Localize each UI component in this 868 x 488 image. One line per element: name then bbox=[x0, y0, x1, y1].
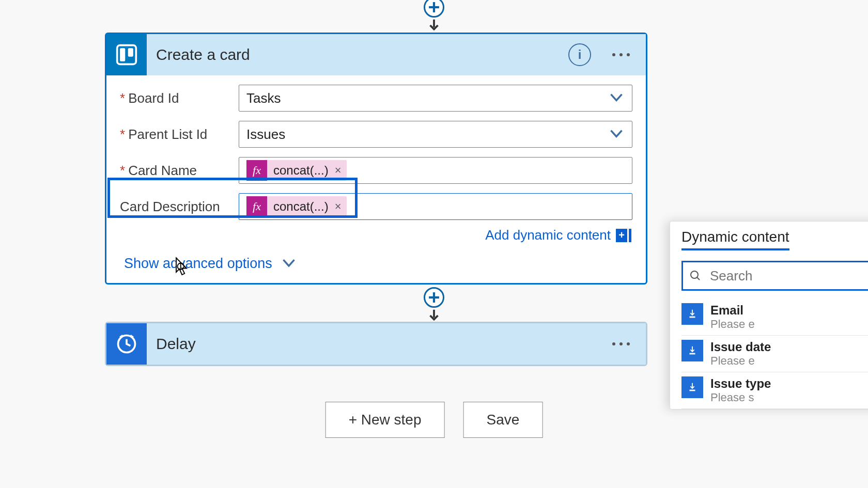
bar-icon bbox=[629, 229, 631, 242]
board-id-dropdown[interactable]: Tasks bbox=[239, 85, 632, 112]
mouse-cursor bbox=[174, 257, 189, 279]
field-row-parent-list: * Parent List Id Issues bbox=[120, 121, 632, 148]
dynamic-content-item[interactable]: Issue type Please s bbox=[681, 372, 868, 409]
save-button[interactable]: Save bbox=[463, 402, 543, 438]
trello-icon bbox=[106, 34, 147, 75]
label-text: Board Id bbox=[128, 90, 179, 106]
delay-action[interactable]: Delay bbox=[105, 322, 647, 366]
create-card-action: Create a card i * Board Id Tasks * bbox=[105, 33, 647, 285]
card-header[interactable]: Delay bbox=[106, 323, 646, 365]
dynamic-content-panel: Dynamic content Email Please e Issue dat… bbox=[670, 221, 868, 410]
card-title: Delay bbox=[156, 335, 607, 353]
item-subtitle: Please s bbox=[710, 391, 771, 404]
expression-token[interactable]: fx concat(...) × bbox=[246, 160, 347, 181]
dynamic-content-search[interactable] bbox=[681, 261, 868, 291]
item-title: Issue date bbox=[710, 340, 771, 354]
chevron-down-icon bbox=[282, 256, 296, 272]
add-step-icon[interactable] bbox=[424, 287, 444, 308]
add-dynamic-content-button[interactable]: Add dynamic content + bbox=[485, 227, 631, 243]
token-text: concat(...) bbox=[273, 163, 329, 178]
svg-line-10 bbox=[697, 277, 700, 280]
parent-list-dropdown[interactable]: Issues bbox=[239, 121, 632, 148]
dynamic-content-item[interactable]: Issue date Please e bbox=[681, 336, 868, 372]
insert-step-connector-mid[interactable] bbox=[424, 287, 444, 325]
add-dynamic-content-row: Add dynamic content + bbox=[120, 227, 632, 243]
dynamic-content-item[interactable]: Email Please e bbox=[681, 299, 868, 336]
field-row-card-description: Card Description fx concat(...) × bbox=[120, 193, 632, 220]
svg-rect-5 bbox=[128, 48, 133, 57]
token-remove-button[interactable]: × bbox=[335, 164, 342, 177]
chevron-down-icon bbox=[609, 90, 624, 106]
required-asterisk: * bbox=[120, 90, 125, 106]
field-label: Card Description bbox=[120, 199, 239, 215]
field-label: * Board Id bbox=[120, 90, 239, 106]
bottom-buttons: + New step Save bbox=[326, 402, 543, 438]
dropdown-value: Issues bbox=[246, 127, 285, 143]
more-menu-button[interactable] bbox=[607, 333, 636, 355]
svg-rect-4 bbox=[120, 48, 125, 61]
add-step-icon[interactable] bbox=[424, 0, 444, 18]
field-label: * Parent List Id bbox=[120, 127, 239, 143]
required-asterisk: * bbox=[120, 163, 125, 179]
item-subtitle: Please e bbox=[710, 354, 771, 368]
card-description-input[interactable]: fx concat(...) × bbox=[239, 193, 632, 220]
search-input[interactable] bbox=[710, 268, 868, 284]
chevron-down-icon bbox=[609, 127, 624, 143]
insert-step-connector-top[interactable] bbox=[424, 0, 444, 35]
flow-item-icon bbox=[681, 376, 703, 398]
item-subtitle: Please e bbox=[710, 318, 755, 331]
field-row-card-name: * Card Name fx concat(...) × bbox=[120, 157, 632, 184]
token-text: concat(...) bbox=[273, 199, 329, 214]
item-title: Issue type bbox=[710, 376, 771, 391]
info-icon: i bbox=[578, 48, 582, 62]
label-text: Card Description bbox=[120, 199, 220, 215]
field-label: * Card Name bbox=[120, 163, 239, 179]
token-remove-button[interactable]: × bbox=[335, 200, 342, 213]
link-text: Add dynamic content bbox=[485, 227, 611, 243]
show-advanced-options-link[interactable]: Show advanced options bbox=[124, 256, 632, 272]
flow-item-icon bbox=[681, 303, 703, 325]
card-name-input[interactable]: fx concat(...) × bbox=[239, 157, 632, 184]
button-label: Save bbox=[487, 412, 520, 428]
required-asterisk: * bbox=[120, 127, 125, 143]
new-step-button[interactable]: + New step bbox=[326, 402, 445, 438]
item-title: Email bbox=[710, 303, 755, 318]
plus-icon: + bbox=[616, 229, 627, 242]
label-text: Parent List Id bbox=[128, 127, 207, 143]
more-menu-button[interactable] bbox=[607, 43, 636, 66]
svg-point-9 bbox=[691, 271, 698, 278]
label-text: Card Name bbox=[128, 163, 197, 179]
fx-icon: fx bbox=[246, 160, 267, 181]
dropdown-value: Tasks bbox=[246, 90, 281, 106]
dynamic-content-tab[interactable]: Dynamic content bbox=[681, 229, 789, 250]
clock-icon bbox=[106, 323, 147, 365]
flow-item-icon bbox=[681, 340, 703, 361]
svg-rect-11 bbox=[690, 317, 695, 318]
fx-icon: fx bbox=[246, 196, 267, 217]
field-row-board-id: * Board Id Tasks bbox=[120, 85, 632, 112]
info-button[interactable]: i bbox=[568, 43, 591, 66]
button-label: + New step bbox=[349, 412, 422, 428]
search-icon bbox=[689, 270, 702, 282]
card-title: Create a card bbox=[156, 46, 568, 64]
svg-rect-12 bbox=[690, 353, 695, 355]
card-header[interactable]: Create a card i bbox=[106, 34, 646, 75]
svg-rect-13 bbox=[690, 390, 695, 391]
link-text: Show advanced options bbox=[124, 256, 272, 272]
expression-token[interactable]: fx concat(...) × bbox=[246, 196, 347, 217]
